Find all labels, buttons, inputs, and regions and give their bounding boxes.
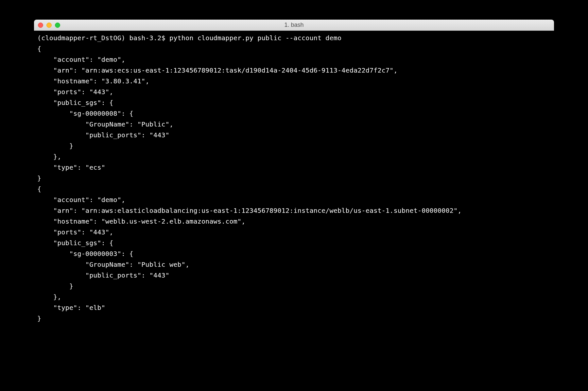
command-text: python cloudmapper.py public --account d… bbox=[169, 34, 341, 42]
minimize-icon[interactable] bbox=[46, 23, 52, 28]
traffic-lights bbox=[38, 23, 60, 28]
window-title: 1. bash bbox=[34, 22, 554, 28]
terminal-body[interactable]: (cloudmapper-rt_DstOG) bash-3.2$ python … bbox=[34, 31, 554, 389]
terminal-window: 1. bash (cloudmapper-rt_DstOG) bash-3.2$… bbox=[34, 20, 554, 389]
prompt-text: (cloudmapper-rt_DstOG) bash-3.2$ bbox=[37, 34, 169, 42]
window-titlebar: 1. bash bbox=[34, 20, 554, 31]
close-icon[interactable] bbox=[38, 23, 43, 28]
maximize-icon[interactable] bbox=[55, 23, 60, 28]
terminal-output: { "account": "demo", "arn": "arn:aws:ecs… bbox=[37, 45, 462, 322]
